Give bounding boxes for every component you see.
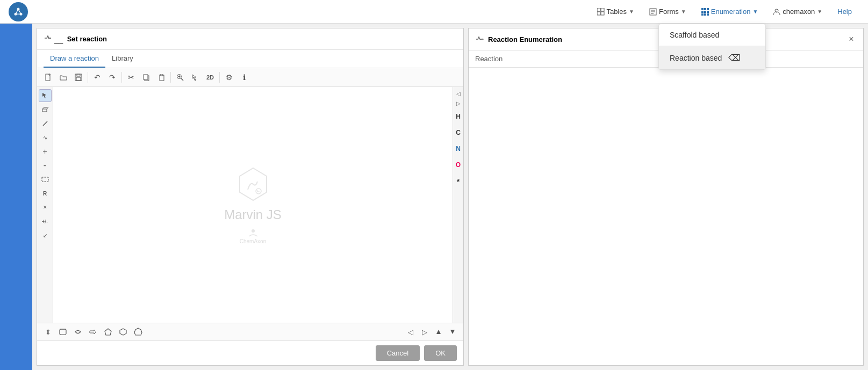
scaffold-based-label: Scaffold based [670,31,719,39]
cursor-indicator: ⌫ [728,53,741,62]
scaffold-based-item[interactable]: Scaffold based [659,24,765,46]
reaction-based-label: Reaction based [670,54,722,62]
reaction-based-item[interactable]: Reaction based ⌫ [659,46,765,69]
enumeration-dropdown: Scaffold based Reaction based ⌫ [658,24,766,70]
